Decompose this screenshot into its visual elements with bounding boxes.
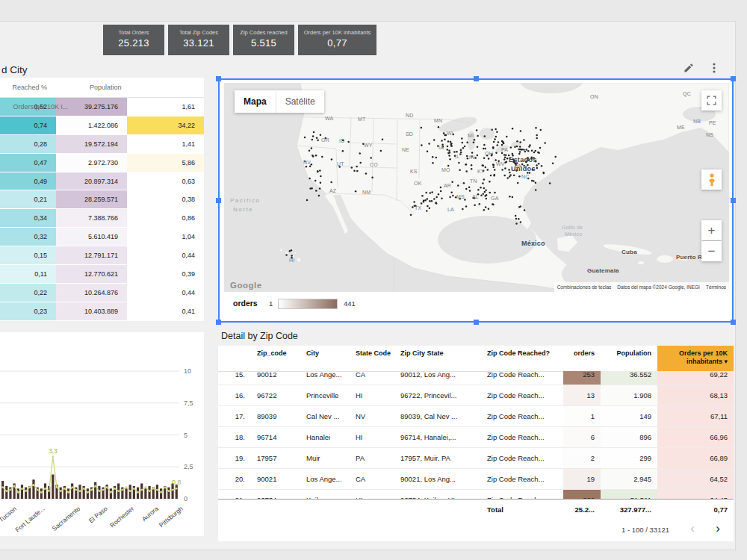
edit-icon[interactable] [683, 62, 695, 77]
table-row: 15.90012Los Ange...CA90012, Los Ang...Zi… [218, 371, 734, 385]
map-widget[interactable]: ONQCWAMTNDMNNBMEPENSORIDSDWIMIWYIANENVUT… [218, 78, 734, 323]
pagination-bar: 1 - 100 / 33121 ‹ › [218, 519, 734, 541]
pegman-button[interactable] [701, 169, 722, 190]
cell-orders: 2 [563, 448, 601, 468]
selection-handle-bottom-right[interactable] [731, 320, 736, 325]
column-header-reached-pct[interactable]: Reached % [0, 78, 56, 97]
fullscreen-button[interactable] [701, 90, 722, 111]
widget-toolbar [680, 62, 725, 77]
table-row: 21.96734KailuaHI96734, Kailua, HIZip Cod… [218, 490, 734, 499]
column-header-city[interactable]: City [300, 346, 350, 371]
total-orders-per-10k: 0,77 [657, 500, 734, 520]
cell-orders: 253 [563, 371, 601, 385]
fullscreen-icon [706, 95, 717, 106]
cell-n: 17. [218, 406, 251, 426]
cell-city: Hanalei [300, 427, 350, 447]
cell-city: Kailua [300, 490, 350, 499]
cell-n: 16. [218, 385, 251, 405]
cell-o10k: 68,13 [657, 385, 734, 405]
cell-zcs: 89039, Cal Nev ... [394, 406, 481, 426]
cell-o10k: 67,11 [657, 406, 734, 426]
selection-handle-top-middle[interactable] [474, 76, 479, 81]
cell-orders: 19 [563, 469, 601, 489]
table-row: 17.89039Cal Nev ...NV89039, Cal Nev ...Z… [218, 406, 734, 427]
cell-zip: 89039 [251, 406, 300, 426]
total-orders: 25.2... [563, 500, 601, 520]
map-type-mapa-button[interactable]: Mapa [235, 90, 276, 113]
cell-city: Cal Nev ... [300, 406, 350, 426]
selection-handle-top-left[interactable] [216, 76, 221, 81]
zoom-in-button[interactable]: + [701, 220, 722, 240]
svg-text:2,5: 2,5 [184, 463, 193, 470]
cell-n: 15. [218, 371, 251, 385]
cell-pop: 51.511 [601, 490, 657, 499]
cell-reached: Zip Code Reach... [481, 427, 563, 447]
cell-pop: 1.908 [601, 385, 657, 405]
cell-state: HI [350, 385, 394, 405]
cell-reached: 0,21 [0, 190, 56, 209]
column-header-zip-code-reached[interactable]: Zip Code Reached? [481, 346, 563, 371]
cell-o10k: 5,86 [127, 154, 204, 172]
column-header-population[interactable]: Population [59, 78, 130, 97]
attribution-terms[interactable]: Términos [703, 282, 729, 292]
selection-handle-middle-right[interactable] [731, 198, 736, 203]
cell-zcs: 96734, Kailua, HI [394, 490, 481, 499]
previous-page-button[interactable]: ‹ [690, 521, 695, 536]
selection-handle-middle-left[interactable] [216, 198, 221, 203]
column-header-orders[interactable]: orders [563, 346, 601, 371]
more-vertical-icon[interactable] [708, 62, 720, 77]
cell-zip: 90021 [251, 469, 300, 489]
zoom-out-button[interactable]: − [701, 241, 722, 261]
column-header-orders-per-10k[interactable]: Orders per 10K inhabitants ▾ [657, 346, 734, 371]
cell-pop: 10.264.876 [56, 284, 127, 302]
google-map[interactable]: ONQCWAMTNDMNNBMEPENSORIDSDWIMIWYIANENVUT… [224, 83, 729, 292]
attribution-keyboard-shortcuts[interactable]: Combinaciones de teclas [554, 282, 615, 292]
cell-reached: Zip Code Reach... [481, 406, 563, 426]
cell-zcs: 90021, Los Ang... [394, 469, 481, 489]
scorecard-label: Zip Codes reached [233, 29, 294, 36]
cell-reached: Zip Code Reach... [481, 469, 563, 489]
table-row: 0,1112.770.6210,39 [0, 265, 204, 284]
cell-state: CA [350, 371, 394, 385]
column-header-zip-city-state[interactable]: Zip City State [394, 346, 481, 371]
selection-handle-top-right[interactable] [731, 76, 736, 81]
table-row: 0,1512.791.1710,44 [0, 246, 204, 265]
cell-pop: 299 [601, 448, 657, 468]
cell-o10k: 0,44 [127, 284, 204, 302]
map-graphic [224, 83, 729, 292]
cell-o10k: 1,04 [127, 228, 204, 246]
table-row: 0,2210.264.8760,44 [0, 284, 204, 302]
cell-pop: 7.388.766 [56, 209, 127, 228]
column-header-row-number[interactable] [218, 346, 251, 371]
column-header-zip-code[interactable]: Zip_code [251, 346, 300, 371]
google-logo: Google [230, 281, 262, 290]
column-header-orders-per-10k[interactable]: Orders per 10K i... [0, 97, 77, 116]
selection-handle-bottom-middle[interactable] [474, 320, 479, 325]
cell-o10k: 1,61 [127, 98, 204, 116]
left-table-header: Reached % Population Orders per 10K i... [0, 78, 204, 98]
cell-pop: 20.897.314 [56, 172, 127, 191]
scorecard-zip-codes-reached: Zip Codes reached 5.515 [233, 25, 294, 55]
scorecard-label: Orders per 10K inhabitants [298, 29, 376, 36]
svg-text:10: 10 [184, 367, 191, 375]
column-header-population[interactable]: Population [601, 346, 657, 371]
cell-o10k: 0,86 [127, 209, 204, 228]
cell-state: PA [350, 448, 394, 468]
cell-n: 21. [218, 490, 251, 499]
cell-o10k: 0,63 [127, 172, 204, 191]
table-row: 0,472.972.7305,86 [0, 154, 204, 172]
cell-n: 20. [218, 469, 251, 489]
column-header-label: Orders per 10K inhabitants [679, 349, 728, 365]
next-page-button[interactable]: › [716, 521, 720, 536]
cell-n: 19. [218, 448, 251, 468]
cell-o10k: 0,41 [127, 302, 204, 321]
left-table-body: 0,5239.275.1761,610,741.422.08634,220,28… [0, 98, 204, 321]
cell-reached: 0,49 [0, 172, 56, 191]
svg-text:3,3: 3,3 [49, 447, 58, 455]
scorecard-label: Total Orders [103, 29, 164, 36]
scorecard-orders-per-10k: Orders per 10K inhabitants 0,77 [298, 25, 376, 55]
map-type-satellite-button[interactable]: Satélite [276, 90, 324, 113]
column-header-state-code[interactable]: State Code [350, 346, 394, 371]
scorecard-value: 33.121 [168, 37, 229, 49]
selection-handle-bottom-left[interactable] [216, 320, 221, 325]
